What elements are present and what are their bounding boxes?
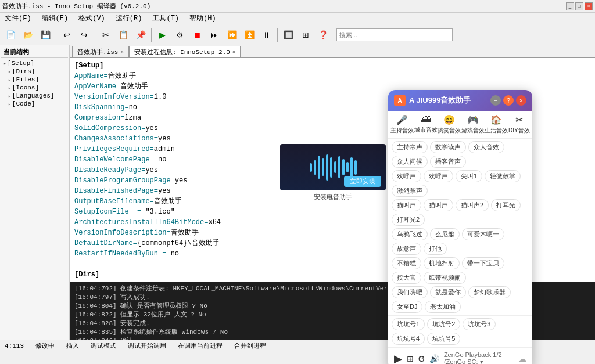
tag-button[interactable]: 乌鸦飞过: [392, 228, 428, 240]
search-input[interactable]: [336, 28, 453, 41]
new-button[interactable]: 📄: [2, 27, 19, 43]
waveform-bar: [322, 158, 324, 176]
close-button[interactable]: ×: [585, 2, 593, 10]
waveform-bar: [354, 160, 357, 175]
tag-button[interactable]: 坑坑号1: [392, 318, 425, 330]
copy-button[interactable]: 📋: [115, 27, 131, 43]
menu-run[interactable]: 运行(R): [113, 13, 145, 23]
tag-button[interactable]: 坑坑号3: [463, 318, 496, 330]
open-button[interactable]: 📂: [20, 27, 36, 43]
player-nav-item[interactable]: 🏠生活音效: [485, 114, 508, 135]
play-button[interactable]: ▶: [394, 352, 402, 365]
sidebar-item-code[interactable]: ▸ [Code]: [1, 100, 68, 108]
undo-button[interactable]: ↩: [59, 27, 75, 43]
tag-button[interactable]: 老太加油: [425, 301, 461, 313]
tag-button[interactable]: 我们嗨吧: [392, 286, 428, 298]
music-player: A A JIU999音效助手 − ? × 🎤主持音效🏙城市音效😄搞笑音效🎮游戏音…: [388, 90, 532, 364]
tab-process[interactable]: 安装过程信息: InnoSetup 2.0 ✕: [129, 46, 241, 57]
menu-edit[interactable]: 编辑(E): [40, 13, 71, 23]
tag-button[interactable]: 就是爱你: [430, 286, 466, 298]
tab-close-icon[interactable]: ✕: [120, 49, 123, 55]
tag-button[interactable]: 猫叫声: [424, 199, 453, 211]
tab-file[interactable]: 音效助手.iss ✕: [72, 46, 129, 57]
save-button[interactable]: 💾: [37, 27, 53, 43]
install-button[interactable]: 立即安装: [344, 176, 381, 187]
tag-button[interactable]: 机地扫射: [424, 257, 460, 269]
tag-button[interactable]: 欢呼声: [424, 170, 453, 182]
tag-button[interactable]: 众人音效: [468, 141, 504, 153]
stop-button[interactable]: ⏹: [189, 27, 205, 43]
nav-label: 主持音效: [390, 127, 414, 135]
tag-button[interactable]: 坑坑号5: [427, 333, 460, 345]
tag-button[interactable]: 数学读声: [430, 141, 466, 153]
zoom-button[interactable]: 🔲: [280, 27, 296, 43]
player-nav-item[interactable]: 😄搞笑音效: [438, 114, 461, 135]
tag-button[interactable]: 么尼趣: [430, 228, 460, 240]
tag-button[interactable]: 欢呼声: [392, 170, 421, 182]
cut-button[interactable]: ✂: [98, 27, 114, 43]
maximize-button[interactable]: □: [575, 2, 583, 10]
player-nav-item[interactable]: ✂DIY音效: [508, 114, 530, 135]
sidebar-item-icons[interactable]: ▸ [Icons]: [1, 84, 68, 92]
grid-button[interactable]: ⊞: [407, 354, 414, 363]
step3-button[interactable]: ⏫: [241, 27, 257, 43]
tag-button[interactable]: 主持常声: [392, 141, 428, 153]
window-controls[interactable]: _ □ ×: [566, 2, 593, 10]
tag-button[interactable]: 尖叫1: [456, 170, 482, 182]
menu-help[interactable]: 帮助(H): [187, 13, 218, 23]
run-button[interactable]: ▶: [154, 27, 170, 43]
sidebar-item-setup[interactable]: ▸ [Setup]: [1, 59, 68, 67]
tag-button[interactable]: 打耳光: [491, 199, 521, 211]
tag-button[interactable]: 纸带视频闹: [424, 272, 466, 284]
tag-button[interactable]: 女至DJ: [392, 301, 422, 313]
compile-button[interactable]: ⚙: [171, 27, 188, 43]
tag-button[interactable]: 激烈掌声: [392, 185, 428, 197]
install-label: 安装电音助手: [280, 193, 386, 201]
step-button[interactable]: ⏭: [206, 27, 223, 43]
player-nav-item[interactable]: 🎤主持音效: [390, 114, 414, 135]
help-icon-button[interactable]: ❓: [315, 27, 331, 43]
pause-button[interactable]: ⏸: [259, 27, 275, 43]
tree-arrow: ▸: [8, 93, 11, 99]
menu-file[interactable]: 文件(F): [2, 13, 34, 23]
nav-label: 搞笑音效: [438, 127, 461, 135]
minimize-button[interactable]: _: [566, 2, 574, 10]
tag-button[interactable]: 打耳光2: [392, 214, 425, 226]
menu-format[interactable]: 格式(V): [76, 13, 107, 23]
tag-button[interactable]: 猫叫声2: [456, 199, 489, 211]
tag-button[interactable]: 轻微鼓掌: [485, 170, 521, 182]
player-close-button[interactable]: ×: [516, 95, 526, 106]
tag-button[interactable]: 猫叫声: [392, 199, 421, 211]
player-nav-item[interactable]: 🏙城市音效: [414, 114, 438, 135]
player-nav-item[interactable]: 🎮游戏音效: [461, 114, 485, 135]
paste-button[interactable]: 📌: [132, 27, 149, 43]
tag-button[interactable]: 按大官: [392, 272, 421, 284]
tag-button[interactable]: 故意声: [392, 243, 421, 255]
menu-tools[interactable]: 工具(T): [150, 13, 181, 23]
tag-button[interactable]: 带一下宝贝: [462, 257, 504, 269]
sidebar-item-dirs[interactable]: ▸ [Dirs]: [1, 67, 68, 75]
redo-button[interactable]: ↪: [76, 27, 92, 43]
sidebar-item-languages[interactable]: ▸ [Languages]: [1, 92, 68, 100]
tag-button[interactable]: 坑坑号2: [427, 318, 460, 330]
player-settings-button[interactable]: ?: [503, 95, 514, 106]
tag-button[interactable]: 可爱木哽一: [462, 228, 504, 240]
waveform-bar: [314, 160, 316, 175]
tag-button[interactable]: 不糟糕: [392, 257, 421, 269]
tag-button[interactable]: 坑坑号4: [392, 333, 425, 345]
sidebar-item-label: [Code]: [12, 100, 35, 107]
nav-label: 城市音效: [414, 126, 438, 134]
tab-close-icon[interactable]: ✕: [232, 49, 235, 55]
tag-button[interactable]: 众人问候: [392, 156, 428, 168]
waveform-bar: [350, 157, 353, 178]
toolbar: 📄 📂 💾 ↩ ↪ ✂ 📋 📌 ▶ ⚙ ⏹ ⏭ ⏩ ⏫ ⏸ 🔲 ⊞ ❓: [0, 24, 595, 45]
mid-tags-row2: 猫叫声猫叫声猫叫声2打耳光打耳光2: [388, 199, 532, 228]
tag-button[interactable]: 打他: [424, 243, 447, 255]
sidebar-item-files[interactable]: ▸ [Files]: [1, 75, 68, 84]
player-minimize-button[interactable]: −: [490, 95, 501, 106]
tag-button[interactable]: 播客音声: [430, 156, 466, 168]
grid-button[interactable]: ⊞: [298, 27, 314, 43]
g-button[interactable]: G: [418, 354, 425, 363]
tag-button[interactable]: 梦幻歌乐器: [468, 286, 511, 298]
step2-button[interactable]: ⏩: [224, 27, 240, 43]
